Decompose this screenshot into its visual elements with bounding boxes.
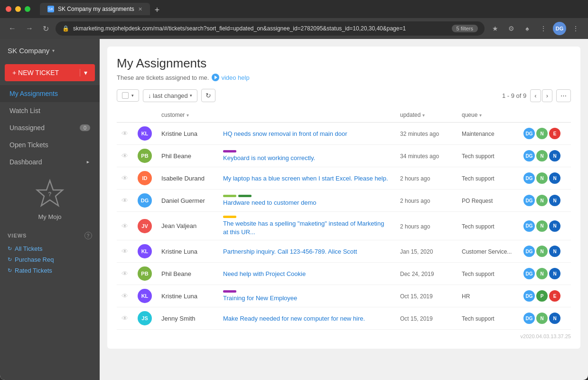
agent-badge: N [536,313,548,324]
ticket-subject[interactable]: Training for New Employee [223,294,297,302]
agent-badges: DGNN [523,313,566,324]
company-chevron-icon: ▾ [52,48,55,53]
col-header-eye [117,108,133,123]
ticket-subject[interactable]: Need help with Project Cookie [223,270,306,277]
new-ticket-button[interactable]: + NEW TICKET ▾ [5,64,95,81]
tab-favicon: SK [47,6,54,12]
avatar-cell: DG [133,190,157,212]
agent-badge: N [549,246,560,257]
updated-cell: 34 minutes ago [395,145,457,167]
ticket-subject[interactable]: Keyboard is not working correctly. [223,154,315,162]
ticket-subject[interactable]: The website has a spelling "maketing" in… [223,220,384,236]
checkbox-square [122,92,129,99]
queue-name: Customer Service... [462,248,512,255]
subject-cell: Need help with Project Cookie [218,263,395,285]
tab-close-button[interactable]: ✕ [138,6,142,12]
updated-cell: Oct 15, 2019 [395,307,457,330]
view-link-icon-3: ↻ [8,267,12,274]
updated-cell: 2 hours ago [395,167,457,190]
col-header-queue[interactable]: queue ▾ [457,108,519,123]
col-header-customer[interactable]: customer ▾ [157,108,218,123]
table-row: 👁 KL Kristine Luna Partnership inquiry. … [117,240,571,263]
filters-badge[interactable]: 5 filters [452,25,478,32]
more-options-button[interactable]: ⋯ [556,89,571,102]
eye-icon[interactable]: 👁 [121,174,128,182]
sidebar-item-dashboard[interactable]: Dashboard ► [0,153,100,171]
col-header-avatar [133,108,157,123]
toolbar-left: ▾ ↓ last changed ▾ ↻ [117,89,215,102]
ticket-subject[interactable]: My laptop has a blue screen when I start… [223,175,388,182]
back-button[interactable]: ← [6,22,19,35]
eye-icon[interactable]: 👁 [121,314,128,322]
agent-badge: DG [523,290,535,302]
eye-cell: 👁 [117,190,133,212]
agent-badge: DG [523,246,535,257]
subject-cell: The website has a spelling "maketing" in… [218,212,395,240]
updated-time: 2 hours ago [400,223,430,230]
app-body: SK Company ▾ + NEW TICKET ▾ My Assignmen… [0,39,588,380]
sidebar-item-watch-list[interactable]: Watch List [0,102,100,119]
customer-name: Phil Beane [161,152,214,160]
table-row: 👁 DG Daniel Guermer Hardware need to cus… [117,190,571,212]
ticket-subject[interactable]: HQ needs snow removal in front of main d… [223,130,347,137]
next-page-button[interactable]: › [542,89,552,102]
eye-icon[interactable]: 👁 [121,152,128,160]
browser-tabs: SK SK Company my assignments ✕ + [40,3,163,15]
avatar: KL [138,244,152,258]
view-item-all-tickets[interactable]: ↻ All Tickets [8,243,92,254]
address-input[interactable] [73,25,448,32]
prev-page-button[interactable]: ‹ [530,89,541,102]
eye-icon[interactable]: 👁 [121,270,128,277]
queue-cell: Tech support [457,167,519,190]
ticket-subject[interactable]: Partnership inquiry. Call 123-456-789. A… [223,248,357,255]
col-header-updated[interactable]: updated ▾ [395,108,457,123]
sidebar-item-open-tickets[interactable]: Open Tickets [0,136,100,153]
puzzle-icon[interactable]: ♠ [521,22,534,35]
updated-time: Jan 15, 2020 [400,248,433,255]
ticket-subject[interactable]: Hardware need to customer demo [223,199,317,206]
agents-cell: DGNN [519,145,571,167]
extensions-icon[interactable]: ⚙ [504,22,518,35]
views-info-icon[interactable]: ? [84,232,92,239]
agent-badge: N [549,150,560,162]
sidebar-item-unassigned[interactable]: Unassigned 0 [0,119,100,136]
minimize-button[interactable] [15,6,21,12]
eye-icon[interactable]: 👁 [121,130,128,137]
forward-button[interactable]: → [23,22,36,35]
updated-time: 34 minutes ago [400,153,439,160]
table-row: 👁 PB Phil Beane Keyboard is not working … [117,145,571,167]
browser-window: SK SK Company my assignments ✕ + ← → ↻ 🔒… [0,0,588,380]
agent-badge: N [536,195,548,206]
sidebar-item-my-assignments[interactable]: My Assignments [0,85,100,102]
eye-icon[interactable]: 👁 [121,222,128,230]
eye-icon[interactable]: 👁 [121,292,128,300]
eye-icon[interactable]: 👁 [121,247,128,255]
new-ticket-dropdown-arrow[interactable]: ▾ [80,69,87,76]
new-tab-button[interactable]: + [151,5,164,15]
menu-icon[interactable]: ⋮ [569,22,582,35]
refresh-button[interactable]: ↻ [40,22,52,35]
refresh-list-button[interactable]: ↻ [201,89,215,102]
ticket-subject[interactable]: Make Ready needed for new computer for n… [223,315,365,322]
video-help-link[interactable]: video help [212,74,249,81]
agents-cell: DGNN [519,167,571,190]
address-bar[interactable]: 🔒 5 filters [56,21,485,36]
active-tab[interactable]: SK SK Company my assignments ✕ [40,3,150,15]
company-name[interactable]: SK Company ▾ [8,47,92,55]
view-item-purchase-req[interactable]: ↻ Purchase Req [8,254,92,265]
subject-cell: Training for New Employee [218,285,395,307]
maximize-button[interactable] [25,6,30,12]
close-button[interactable] [6,6,11,12]
eye-icon[interactable]: 👁 [121,197,128,204]
mojo-star[interactable]: ? [33,178,66,211]
avatar-cell: PB [133,263,157,285]
settings-icon[interactable]: ⋮ [537,22,550,35]
queue-cell: HR [457,285,519,307]
checkbox-dropdown-button[interactable]: ▾ [117,89,139,102]
user-avatar[interactable]: DG [553,22,566,35]
sort-button[interactable]: ↓ last changed ▾ [143,89,197,102]
customer-cell: Kristine Luna [157,285,218,307]
updated-cell: 2 hours ago [395,212,457,240]
view-item-rated-tickets[interactable]: ↻ Rated Tickets [8,265,92,276]
bookmark-icon[interactable]: ★ [488,22,502,35]
